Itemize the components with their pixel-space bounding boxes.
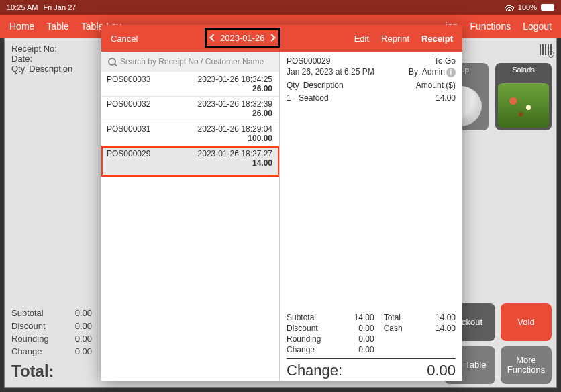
row-no: POS000033: [107, 75, 150, 84]
search-icon: [108, 58, 116, 66]
bg-subtotal-l: Subtotal: [11, 308, 44, 318]
receipt-detail-pane: POS000029 To Go Jan 26, 2023 at 6:25 PM …: [280, 52, 462, 381]
item-amt: 14.00: [415, 93, 456, 103]
receipt-lookup-modal: Cancel 2023-01-26 Edit Reprint Receipt S…: [101, 25, 462, 381]
detail-item-row: 1Seafood14.00: [287, 93, 456, 103]
t-cash-l: Cash: [384, 324, 410, 333]
salad-image: [498, 83, 549, 128]
t-total-v: 14.00: [419, 313, 456, 322]
qty-header: Qty: [11, 64, 25, 74]
t-subtotal-l: Subtotal: [287, 313, 329, 322]
row-ts: 2023-01-26 18:27:27: [198, 149, 272, 158]
status-date: Fri Jan 27: [43, 3, 76, 11]
row-ts: 2023-01-26 18:34:25: [198, 75, 272, 84]
receipt-row[interactable]: POS0000322023-01-26 18:32:3926.00: [101, 97, 279, 121]
t-cash-v: 14.00: [419, 324, 456, 333]
t-total-l: Total: [384, 313, 410, 322]
col-qty: Qty: [287, 81, 299, 90]
detail-when: Jan 26, 2023 at 6:25 PM: [287, 67, 374, 77]
t-rounding-v: 0.00: [338, 334, 374, 344]
t-discount-v: 0.00: [338, 324, 374, 333]
date-selector: 2023-01-26: [205, 28, 280, 48]
search-placeholder: Search by Receipt No / Customer Name: [120, 57, 264, 66]
bg-discount-v: 0.00: [75, 321, 92, 331]
info-icon[interactable]: i: [446, 68, 456, 77]
row-ts: 2023-01-26 18:29:04: [198, 124, 272, 134]
item-desc: Seafood: [299, 93, 415, 103]
big-change-value: 0.00: [427, 362, 456, 379]
row-no: POS000032: [107, 99, 150, 109]
detail-type: To Go: [434, 56, 456, 66]
detail-receipt-no: POS000029: [287, 56, 330, 66]
wifi-icon: [505, 4, 514, 11]
receipt-list-pane: Search by Receipt No / Customer Name POS…: [101, 52, 280, 381]
product-salads-label: Salads: [512, 66, 535, 74]
nav-logout[interactable]: Logout: [523, 21, 552, 32]
void-button[interactable]: Void: [501, 303, 552, 341]
detail-by: By: Admini: [409, 67, 456, 77]
chevron-right-icon[interactable]: [268, 34, 275, 41]
receipt-row[interactable]: POS0000292023-01-26 18:27:2714.00: [101, 146, 279, 176]
chevron-left-icon[interactable]: [209, 34, 217, 41]
col-desc: Description: [303, 81, 344, 90]
t-subtotal-v: 14.00: [338, 313, 374, 322]
t-discount-l: Discount: [287, 324, 329, 333]
totals-grid: Subtotal14.00 Total14.00 Discount0.00 Ca…: [287, 310, 456, 354]
receipt-row[interactable]: POS0000312023-01-26 18:29:04100.00: [101, 121, 279, 146]
bg-rounding-l: Rounding: [11, 334, 49, 344]
product-salads[interactable]: Salads: [495, 63, 552, 130]
item-qty: 1: [287, 93, 299, 103]
row-no: POS000031: [107, 124, 150, 134]
search-input[interactable]: Search by Receipt No / Customer Name: [101, 52, 279, 72]
bg-rounding-v: 0.00: [75, 334, 92, 344]
tab-edit[interactable]: Edit: [354, 34, 369, 44]
row-amt: 26.00: [107, 84, 272, 93]
nav-table[interactable]: Table: [46, 21, 68, 32]
modal-header: Cancel 2023-01-26 Edit Reprint Receipt: [101, 25, 462, 52]
more-functions-button[interactable]: More Functions: [501, 346, 552, 384]
row-amt: 100.00: [107, 134, 272, 143]
bg-subtotal-v: 0.00: [75, 308, 92, 318]
bg-discount-l: Discount: [11, 321, 46, 331]
desc-header: Description: [29, 64, 72, 74]
bg-change-l: Change: [11, 346, 42, 356]
battery-percent: 100%: [518, 3, 537, 11]
status-time: 10:25 AM: [7, 3, 38, 11]
nav-functions[interactable]: Functions: [470, 21, 511, 32]
receipt-row[interactable]: POS0000332023-01-26 18:34:2526.00: [101, 72, 279, 97]
cancel-button[interactable]: Cancel: [101, 34, 175, 44]
battery-icon: [541, 4, 554, 11]
bg-change-v: 0.00: [75, 346, 92, 356]
selected-date[interactable]: 2023-01-26: [220, 33, 265, 43]
nav-home[interactable]: Home: [9, 21, 34, 32]
col-amount: Amount ($): [416, 81, 456, 90]
barcode-icon[interactable]: [540, 44, 552, 55]
t-change-v: 0.00: [338, 345, 374, 354]
status-bar: 10:25 AM Fri Jan 27 100%: [0, 0, 561, 15]
row-amt: 26.00: [107, 109, 272, 118]
tab-receipt[interactable]: Receipt: [421, 34, 453, 44]
t-rounding-l: Rounding: [287, 334, 329, 344]
row-no: POS000029: [107, 149, 150, 158]
big-change-label: Change:: [287, 362, 342, 379]
tab-reprint[interactable]: Reprint: [381, 34, 409, 44]
row-ts: 2023-01-26 18:32:39: [198, 99, 272, 109]
t-change-l: Change: [287, 345, 329, 354]
row-amt: 14.00: [107, 158, 272, 168]
